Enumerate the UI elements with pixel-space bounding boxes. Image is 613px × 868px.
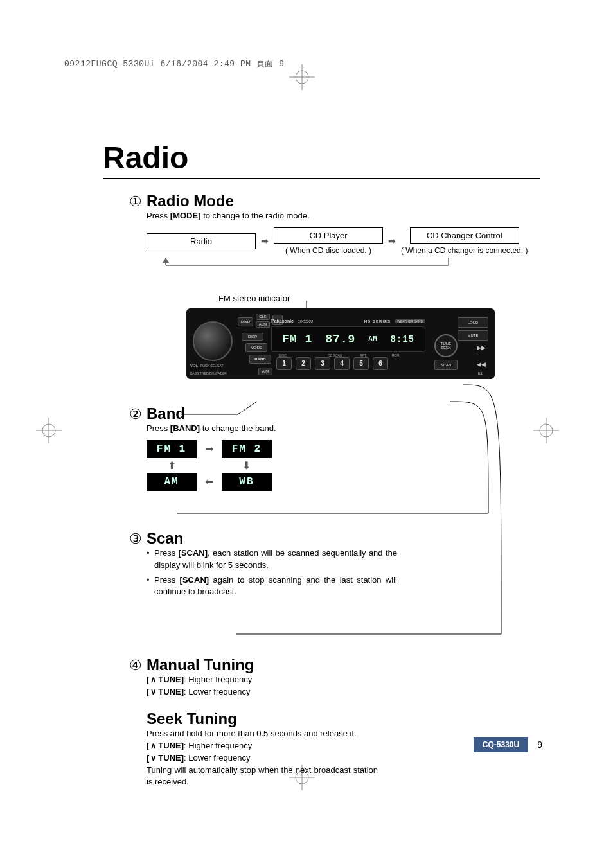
device-model-label: CQ-5330U: [298, 319, 313, 323]
label-rdm: RDM: [392, 353, 399, 357]
text: Press: [154, 548, 179, 558]
loud-button: LOUD: [458, 317, 488, 328]
weather-band-label: WEATHER BAND: [395, 319, 425, 323]
up-arrow-icon: ∧: [149, 740, 158, 752]
section-2-number: ②: [129, 406, 143, 423]
label-bass-treb: BASS/TREB/BAL/FADER: [190, 371, 227, 375]
arrow-right-icon: ➡: [388, 236, 396, 246]
band-cell-fm2: FM 2: [222, 440, 272, 458]
preset-6: 6: [373, 357, 388, 370]
mode-note-changer: ( When a CD changer is connected. ): [401, 246, 528, 255]
device-lcd-screen: FM 1 87.9 AM 8:15: [271, 326, 425, 352]
mode-note-cd: ( When CD disc loaded. ): [285, 246, 371, 255]
volume-knob: [193, 321, 233, 361]
seek-note: Tuning will automatically stop when the …: [147, 765, 378, 789]
arrow-left-icon: ⬅: [199, 475, 218, 488]
section-3-title: Scan: [147, 529, 183, 547]
text: Press: [147, 423, 170, 433]
next-track-icon: ▶▶: [477, 344, 486, 351]
page-main-title: Radio: [103, 140, 546, 175]
down-arrow-icon: ∨: [149, 686, 158, 698]
band-cycle-diagram: FM 1 ➡ FM 2 ⬆ ⬇ AM ⬅ WB: [147, 440, 540, 491]
preset-4: 4: [334, 357, 350, 370]
text: : Higher frequency: [184, 675, 252, 684]
preset-row: 1 2 3 4 5 6: [276, 357, 388, 370]
section-1-desc: Press [MODE] to change to the radio mode…: [147, 210, 540, 222]
svg-marker-15: [163, 258, 169, 263]
fm-stereo-indicator-label: FM stereo indicator: [218, 294, 540, 303]
series-label: HD SERIES: [364, 319, 391, 323]
mode-box-cd-changer: CD Changer Control: [410, 227, 519, 244]
mode-button: MODE: [245, 343, 267, 352]
disp-button: DISP: [242, 333, 263, 341]
mode-box-cd-player: CD Player: [274, 227, 383, 244]
screen-clock-ampm: AM: [368, 335, 377, 342]
key-scan: [SCAN]: [179, 548, 208, 558]
label-vol: VOL: [190, 364, 198, 368]
seek-label: SEEK: [441, 346, 451, 350]
text: : Lower frequency: [184, 687, 250, 696]
am-button: A·M: [258, 368, 272, 375]
band-button: BAND: [249, 355, 271, 364]
band-cell-fm1: FM 1: [147, 440, 197, 458]
preset-3: 3: [315, 357, 330, 370]
mode-flow-diagram: Radio ➡ CD Player ( When CD disc loaded.…: [147, 227, 540, 255]
print-header: 09212FUGCQ-5330Ui 6/16/2004 2:49 PM 頁面 9: [64, 58, 546, 69]
page-number: 9: [537, 740, 542, 750]
crop-mark-left: [36, 418, 62, 443]
section-2-desc: Press [BAND] to change the band.: [147, 423, 540, 435]
scan-bullet-1: Press [SCAN], each station will be scann…: [147, 547, 397, 572]
device-brand-strip: Panasonic CQ-5330U HD SERIES WEATHER BAN…: [271, 318, 425, 324]
section-4-number: ④: [129, 657, 143, 674]
text: : Higher frequency: [184, 741, 252, 750]
text: to change to the radio mode.: [201, 211, 310, 220]
key-tune-up: TUNE]: [158, 675, 184, 684]
section-3-number: ③: [129, 531, 143, 547]
section-1-number: ①: [129, 193, 143, 210]
section-1-title: Radio Mode: [147, 192, 234, 210]
text: Press: [147, 211, 170, 220]
section-3-bullets: Press [SCAN], each station will be scann…: [147, 547, 397, 598]
prev-track-icon: ◀◀: [477, 361, 486, 368]
seek-desc: Press and hold for more than 0.5 seconds…: [147, 728, 378, 740]
preset-2: 2: [296, 357, 311, 370]
footer-model-badge: CQ-5330U: [474, 737, 528, 752]
arrow-down-icon: ⬇: [222, 459, 272, 472]
section-4-title: Manual Tuning: [147, 656, 254, 674]
mute-button: MUTE: [458, 330, 488, 341]
section-4-body: [∧TUNE]: Higher frequency [∨TUNE]: Lower…: [147, 674, 540, 698]
car-radio-device: VOL PUSH SEL/SAT BASS/TREB/BAL/FADER PWR…: [186, 308, 495, 379]
section-5-body: Press and hold for more than 0.5 seconds…: [147, 728, 378, 788]
key-band: [BAND]: [170, 423, 200, 433]
up-arrow-icon: ∧: [149, 674, 158, 686]
arrow-up-icon: ⬆: [147, 459, 197, 472]
page-footer: CQ-5330U 9: [474, 737, 542, 752]
arrow-right-icon: ➡: [261, 236, 269, 246]
down-arrow-icon: ∨: [149, 752, 158, 765]
title-rule: [103, 178, 540, 179]
key-mode: [MODE]: [170, 211, 201, 220]
mode-flow-return: [147, 258, 540, 274]
text: Press: [154, 575, 180, 585]
arrow-right-icon: ➡: [199, 443, 218, 455]
brand-label: Panasonic: [271, 319, 294, 323]
clk-button: CLK: [256, 314, 270, 320]
label-push-sel: PUSH SEL/SAT: [200, 364, 223, 368]
section-5-title: Seek Tuning: [147, 710, 237, 728]
ill-label: ILL: [478, 371, 483, 375]
tune-seek-rocker: TUNE SEEK: [434, 334, 458, 357]
preset-1: 1: [276, 357, 292, 370]
key-tune-up: TUNE]: [158, 741, 184, 750]
screen-clock: 8:15: [390, 334, 414, 344]
section-2-title: Band: [147, 405, 185, 423]
pwr-button: PWR: [238, 317, 253, 326]
mode-box-radio: Radio: [147, 233, 256, 249]
alm-button: ALM: [256, 321, 270, 328]
screen-band: FM 1: [282, 333, 312, 346]
band-cell-am: AM: [147, 473, 197, 491]
band-cell-wb: WB: [222, 473, 272, 491]
text: : Lower frequency: [184, 753, 250, 763]
scan-button: SCAN: [434, 360, 458, 370]
preset-5: 5: [353, 357, 369, 370]
screen-freq: 87.9: [325, 333, 355, 346]
